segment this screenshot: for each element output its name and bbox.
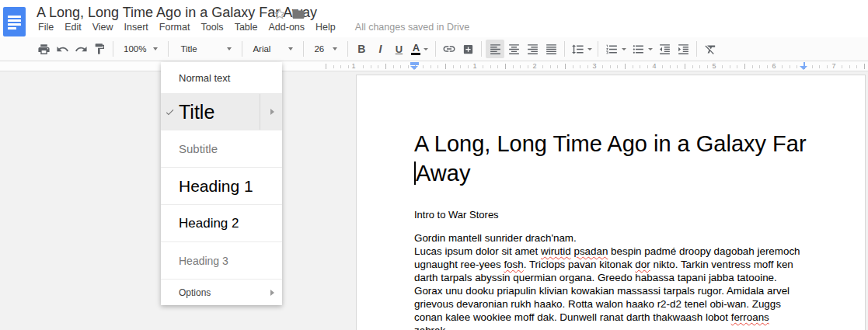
body-text-segment: zabrak. — [414, 325, 448, 330]
style-option-heading-2[interactable]: Heading 2 — [161, 205, 282, 242]
toolbar-separator — [435, 41, 436, 57]
body-text-segment: psadan — [573, 245, 608, 257]
chevron-down-icon — [227, 47, 232, 50]
ruler: 11234567 — [0, 61, 868, 71]
star-icon[interactable] — [273, 7, 287, 21]
body-text-segment: Lucas ipsum dolor sit amet — [414, 245, 541, 257]
line-spacing-button[interactable] — [569, 40, 594, 58]
style-option-title[interactable]: Title — [161, 94, 282, 130]
menu-item[interactable]: Help — [310, 22, 341, 33]
text-color-button[interactable]: A — [408, 40, 431, 58]
chevron-down-icon — [622, 48, 626, 50]
body-text-segment: dor — [635, 259, 650, 270]
ruler-number: 7 — [829, 62, 838, 70]
body-text-segment: . Triclops pavan kitonak — [524, 259, 636, 270]
align-center-button[interactable] — [504, 40, 523, 58]
print-button[interactable] — [34, 40, 53, 58]
submenu-arrow-icon — [270, 290, 274, 296]
toolbar-separator — [481, 41, 482, 57]
menu-item[interactable]: Edit — [59, 22, 87, 33]
undo-button[interactable] — [53, 40, 71, 58]
toolbar-separator — [598, 41, 598, 57]
ruler-number: 3 — [590, 62, 598, 70]
right-indent-marker[interactable] — [800, 62, 808, 71]
align-left-button[interactable] — [486, 40, 504, 58]
toolbar-separator — [113, 41, 113, 57]
ruler-number: 4 — [650, 62, 658, 70]
body-text-segment: wirutid — [541, 245, 571, 257]
align-justify-button[interactable] — [542, 40, 560, 58]
toolbar-separator — [303, 41, 304, 57]
body-paragraph[interactable]: Gordin mantell sunrider drach'nam.Lucas … — [414, 231, 804, 330]
zoom-select[interactable]: 100% — [117, 40, 164, 58]
clear-formatting-button[interactable] — [701, 40, 720, 58]
menu-item[interactable]: Table — [229, 22, 263, 33]
chevron-down-icon — [288, 47, 293, 50]
style-menu-options[interactable]: Options — [161, 280, 282, 305]
style-option-normal-text[interactable]: Normal text — [161, 62, 282, 94]
toolbar: 100% Title Arial 26 B I U A — [0, 37, 868, 61]
ruler-number: 6 — [769, 62, 778, 70]
ruler-number: 1 — [470, 62, 479, 70]
ruler-number: 5 — [709, 62, 718, 70]
insert-comment-button[interactable] — [458, 40, 477, 58]
document-canvas: A Long, Long Time Ago in a Galaxy FarAwa… — [0, 72, 868, 330]
toolbar-separator — [242, 41, 242, 57]
italic-button[interactable]: I — [371, 40, 389, 58]
document-page[interactable]: A Long, Long Time Ago in a Galaxy FarAwa… — [356, 75, 866, 330]
save-status[interactable]: All changes saved in Drive — [355, 22, 469, 33]
chevron-down-icon — [648, 48, 653, 50]
underline-button[interactable]: U — [389, 40, 408, 58]
toolbar-separator — [168, 41, 169, 57]
intro-line[interactable]: Intro to War Stores — [414, 209, 806, 221]
style-menu-dropdown: Normal text Title Subtitle Heading 1 Hea… — [161, 62, 282, 305]
menu-item[interactable]: Add-ons — [263, 22, 311, 33]
bold-button[interactable]: B — [352, 40, 371, 58]
google-docs-window: A Long, Long Time Ago in a Galaxy Far Aw… — [0, 0, 868, 330]
chevron-down-icon — [424, 48, 428, 50]
chevron-down-icon — [153, 47, 158, 50]
menu-item[interactable]: Tools — [195, 22, 228, 33]
text-color-swatch — [411, 53, 420, 55]
chevron-down-icon — [333, 47, 337, 50]
menu-item[interactable]: View — [87, 22, 119, 33]
document-heading[interactable]: A Long, Long Time Ago in a Galaxy FarAwa… — [414, 129, 806, 188]
folder-icon[interactable] — [291, 7, 305, 21]
style-option-heading-1[interactable]: Heading 1 — [161, 168, 282, 205]
style-option-heading-3[interactable]: Heading 3 — [161, 242, 282, 280]
body-text-segment: ferroans — [731, 311, 769, 323]
style-option-subtitle[interactable]: Subtitle — [161, 130, 282, 168]
header: A Long, Long Time Ago in a Galaxy Far Aw… — [0, 0, 868, 37]
chevron-down-icon — [587, 48, 592, 50]
align-right-button[interactable] — [523, 40, 542, 58]
bulleted-list-button[interactable] — [629, 40, 655, 58]
toolbar-separator — [564, 41, 565, 57]
insert-link-button[interactable] — [440, 40, 458, 58]
ruler-number: 1 — [349, 62, 357, 70]
menu-item[interactable]: File — [33, 22, 59, 33]
increase-indent-button[interactable] — [674, 40, 692, 58]
styles-select[interactable]: Title — [174, 40, 238, 58]
toolbar-separator — [696, 41, 697, 57]
decrease-indent-button[interactable] — [655, 40, 674, 58]
menu-item[interactable]: Insert — [119, 22, 154, 33]
check-icon — [161, 107, 179, 117]
menubar: FileEditViewInsertFormatToolsTableAdd-on… — [33, 20, 469, 34]
docs-logo-icon[interactable] — [3, 7, 26, 36]
paint-format-button[interactable] — [90, 40, 109, 58]
toolbar-separator — [347, 41, 348, 57]
font-size-select[interactable]: 26 — [308, 40, 343, 58]
body-text-segment: fosh — [504, 259, 523, 270]
left-indent-marker[interactable] — [410, 62, 419, 71]
numbered-list-button[interactable] — [602, 40, 629, 58]
ruler-number: 2 — [530, 62, 539, 70]
redo-button[interactable] — [71, 40, 90, 58]
menu-item[interactable]: Format — [154, 22, 196, 33]
font-select[interactable]: Arial — [246, 40, 299, 58]
submenu-arrow-icon — [270, 109, 274, 115]
